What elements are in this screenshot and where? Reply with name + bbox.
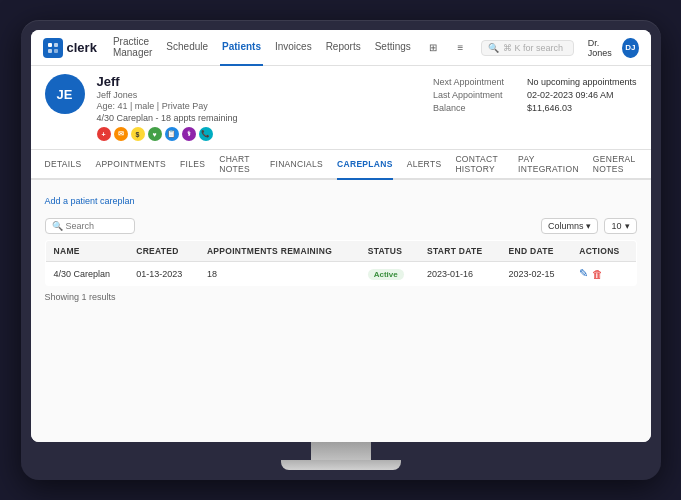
next-appt-label: Next Appointment	[433, 77, 523, 87]
tab-appointments[interactable]: Appointments	[95, 150, 166, 180]
user-avatar: DJ	[622, 38, 638, 58]
brand-icon	[43, 38, 63, 58]
toolbar-right: Columns ▾ 10 ▾	[541, 218, 637, 234]
table-search-box[interactable]: 🔍 document.querySelector('[data-name="ta…	[45, 218, 135, 234]
table-search-icon: 🔍	[52, 221, 63, 231]
table-search-input[interactable]	[66, 221, 136, 231]
patient-careplan-detail: 4/30 Careplan - 18 appts remaining	[97, 113, 421, 123]
svg-rect-2	[48, 49, 52, 53]
next-appt-row: Next Appointment No upcoming appointment…	[433, 77, 637, 87]
tab-pay-integration[interactable]: Pay Integration	[518, 150, 579, 180]
patient-icon-4[interactable]: ♥	[148, 127, 162, 141]
patient-avatar: JE	[45, 74, 85, 114]
action-icons: ✎ 🗑	[579, 267, 627, 280]
patient-appointments: Next Appointment No upcoming appointment…	[433, 74, 637, 113]
patient-icon-2[interactable]: ✉	[114, 127, 128, 141]
tab-alerts[interactable]: Alerts	[407, 150, 442, 180]
nav-invoices[interactable]: Invoices	[273, 30, 314, 66]
showing-results: Showing 1 results	[45, 292, 637, 302]
columns-label: Columns	[548, 221, 584, 231]
tab-careplans[interactable]: Careplans	[337, 150, 393, 180]
last-appt-row: Last Appointment 02-02-2023 09:46 AM	[433, 90, 637, 100]
tab-files[interactable]: Files	[180, 150, 205, 180]
col-header-start-date: Start Date	[419, 241, 501, 262]
patient-icon-3[interactable]: $	[131, 127, 145, 141]
status-badge: Active	[368, 269, 404, 280]
nav-patients[interactable]: Patients	[220, 30, 263, 66]
per-page-label: 10	[611, 221, 621, 231]
col-header-actions: Actions	[571, 241, 636, 262]
per-page-button[interactable]: 10 ▾	[604, 218, 636, 234]
balance-row: Balance $11,646.03	[433, 103, 637, 113]
nav-practice-manager[interactable]: Practice Manager	[111, 30, 154, 66]
row-name: 4/30 Careplan	[45, 262, 128, 286]
patient-icons: + ✉ $ ♥ 📋 ⚕ 📞	[97, 127, 421, 141]
row-start-date: 2023-01-16	[419, 262, 501, 286]
table-header-row: Name Created Appointments Remaining Stat…	[45, 241, 636, 262]
tab-general-notes[interactable]: General Notes	[593, 150, 637, 180]
nav-settings[interactable]: Settings	[373, 30, 413, 66]
list-view-icon[interactable]: ≡	[454, 40, 467, 56]
table-toolbar: 🔍 document.querySelector('[data-name="ta…	[45, 218, 637, 234]
col-header-end-date: End Date	[501, 241, 572, 262]
app: clerk Practice Manager Schedule Patients…	[31, 30, 651, 442]
sub-nav: Details Appointments Files Chart Notes F…	[31, 150, 651, 180]
tab-chart-notes[interactable]: Chart Notes	[219, 150, 256, 180]
row-appts-remaining: 18	[199, 262, 360, 286]
tab-details[interactable]: Details	[45, 150, 82, 180]
main-content: Add a patient careplan 🔍 document.queryS…	[31, 180, 651, 442]
careplans-table: Name Created Appointments Remaining Stat…	[45, 240, 637, 286]
table-row: 4/30 Careplan 01-13-2023 18 Active 2023-…	[45, 262, 636, 286]
patient-icon-6[interactable]: ⚕	[182, 127, 196, 141]
appointment-details: Next Appointment No upcoming appointment…	[433, 74, 637, 113]
col-header-status: Status	[360, 241, 419, 262]
patient-icon-7[interactable]: 📞	[199, 127, 213, 141]
col-header-name: Name	[45, 241, 128, 262]
row-actions: ✎ 🗑	[571, 262, 636, 286]
search-icon: 🔍	[488, 43, 499, 53]
last-appt-label: Last Appointment	[433, 90, 523, 100]
patient-icon-5[interactable]: 📋	[165, 127, 179, 141]
user-badge[interactable]: Dr. Jones DJ	[588, 38, 639, 58]
monitor-screen: clerk Practice Manager Schedule Patients…	[31, 30, 651, 442]
row-status: Active	[360, 262, 419, 286]
columns-button[interactable]: Columns ▾	[541, 218, 599, 234]
nav-reports[interactable]: Reports	[324, 30, 363, 66]
user-initials: DJ	[625, 43, 635, 52]
search-placeholder: ⌘ K for search	[503, 43, 563, 53]
last-appt-value: 02-02-2023 09:46 AM	[527, 90, 614, 100]
user-name: Dr. Jones	[588, 38, 619, 58]
row-created: 01-13-2023	[128, 262, 199, 286]
svg-rect-1	[54, 43, 58, 47]
global-search-box[interactable]: 🔍 ⌘ K for search	[481, 40, 574, 56]
balance-label: Balance	[433, 103, 523, 113]
row-end-date: 2023-02-15	[501, 262, 572, 286]
patient-header: JE Jeff Jeff Jones Age: 41 | male | Priv…	[31, 66, 651, 150]
delete-icon[interactable]: 🗑	[592, 268, 603, 280]
monitor-stand-neck	[311, 442, 371, 460]
monitor: clerk Practice Manager Schedule Patients…	[21, 20, 661, 480]
patient-full-name: Jeff Jones	[97, 90, 421, 100]
next-appt-value: No upcoming appointments	[527, 77, 637, 87]
brand-name: clerk	[67, 40, 97, 55]
edit-icon[interactable]: ✎	[579, 267, 588, 280]
col-header-appts-remaining: Appointments Remaining	[199, 241, 360, 262]
svg-rect-3	[54, 49, 58, 53]
grid-view-icon[interactable]: ⊞	[427, 40, 440, 56]
tab-contact-history[interactable]: Contact History	[455, 150, 504, 180]
per-page-chevron-icon: ▾	[625, 221, 630, 231]
tab-financials[interactable]: Financials	[270, 150, 323, 180]
monitor-stand-base	[281, 460, 401, 470]
brand-logo[interactable]: clerk	[43, 38, 97, 58]
nav-schedule[interactable]: Schedule	[164, 30, 210, 66]
top-nav: clerk Practice Manager Schedule Patients…	[31, 30, 651, 66]
patient-initials: JE	[57, 87, 73, 102]
add-careplan-link[interactable]: Add a patient careplan	[45, 196, 135, 206]
col-header-created: Created	[128, 241, 199, 262]
patient-icon-1[interactable]: +	[97, 127, 111, 141]
patient-name: Jeff	[97, 74, 421, 89]
patient-age-detail: Age: 41 | male | Private Pay	[97, 101, 421, 111]
balance-value: $11,646.03	[527, 103, 572, 113]
patient-info: Jeff Jeff Jones Age: 41 | male | Private…	[97, 74, 421, 141]
svg-rect-0	[48, 43, 52, 47]
